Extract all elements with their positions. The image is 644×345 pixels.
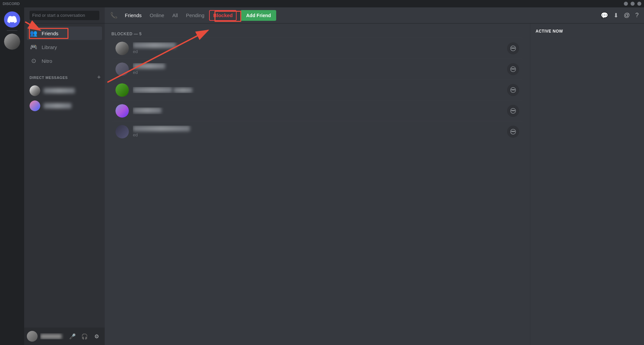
- friends-nav-icon: 👥: [30, 29, 38, 37]
- friend-info-2: █████████ ed: [133, 63, 503, 75]
- friend-actions-5: [507, 126, 519, 138]
- dm-avatar-2: [30, 100, 40, 111]
- discord-logo-icon: [7, 15, 17, 24]
- friends-content: BLOCKED — 5 ████████████ ed: [105, 24, 644, 345]
- unblock-button-3[interactable]: [507, 84, 519, 96]
- friend-status-3: ██████: [174, 88, 192, 93]
- titlebar: DISCORD ─ □ ✕: [0, 0, 644, 7]
- nav-item-friends-label: Friends: [42, 31, 58, 36]
- friend-status-2: ed: [133, 70, 503, 75]
- user-controls: 🎤 🎧 ⚙: [67, 331, 102, 342]
- friend-item-3[interactable]: ███████████ ██████: [111, 79, 523, 100]
- nav-item-friends[interactable]: 👥 Friends: [27, 27, 102, 40]
- friend-name-3: ███████████: [133, 87, 172, 93]
- channel-list: 👥 Friends 🎮 Library ⊙ Nitro DIRECT MESSA…: [24, 24, 105, 328]
- tab-all[interactable]: All: [169, 10, 181, 21]
- friend-avatar-4: [115, 104, 129, 118]
- nav-item-library[interactable]: 🎮 Library: [27, 40, 102, 54]
- tab-blocked[interactable]: Blocked: [209, 10, 237, 21]
- dm-item-1[interactable]: ██████ ███: [27, 83, 102, 98]
- channel-sidebar-header: Find or start a conversation: [24, 7, 105, 24]
- titlebar-title: DISCORD: [3, 2, 20, 6]
- dm-section-label: DIRECT MESSAGES: [30, 76, 68, 80]
- topbar-actions: 💬 ⬇ @ ?: [601, 12, 639, 19]
- maximize-button[interactable]: □: [631, 2, 635, 6]
- headphone-button[interactable]: 🎧: [79, 331, 90, 342]
- app-body: Find or start a conversation 👥 Friends 🎮…: [0, 7, 644, 345]
- friends-list: BLOCKED — 5 ████████████ ed: [105, 24, 530, 345]
- server-sidebar: [0, 7, 24, 345]
- channel-sidebar: Find or start a conversation 👥 Friends 🎮…: [24, 7, 105, 345]
- friend-info-3: ███████████ ██████: [133, 87, 503, 93]
- unblock-button-4[interactable]: [507, 105, 519, 117]
- friend-status-5: ed: [133, 132, 503, 137]
- add-friend-button[interactable]: Add Friend: [241, 10, 276, 21]
- dm-item-2[interactable]: ████ ████: [27, 98, 102, 113]
- friend-avatar-1: [115, 42, 129, 55]
- friend-info-5: ████████████████ ed: [133, 126, 503, 137]
- friend-actions-2: [507, 63, 519, 75]
- tab-friends[interactable]: Friends: [121, 10, 145, 21]
- friend-avatar-5: [115, 125, 129, 138]
- user-info: ███████: [40, 333, 64, 339]
- friend-actions-3: [507, 84, 519, 96]
- unblock-button-1[interactable]: [507, 42, 519, 54]
- friend-item-5[interactable]: ████████████████ ed: [111, 121, 523, 142]
- server-icon-1[interactable]: [4, 34, 20, 50]
- friend-actions-4: [507, 105, 519, 117]
- direct-messages-header: DIRECT MESSAGES +: [24, 68, 105, 83]
- friend-item-4[interactable]: ████████: [111, 100, 523, 121]
- mention-button[interactable]: @: [624, 12, 630, 19]
- friend-avatar-2: [115, 62, 129, 76]
- help-button[interactable]: ?: [635, 12, 639, 19]
- friend-actions-1: [507, 42, 519, 54]
- library-nav-icon: 🎮: [30, 43, 38, 51]
- user-avatar: [27, 331, 38, 342]
- search-box[interactable]: Find or start a conversation: [30, 11, 99, 20]
- active-now-panel: ACTIVE NOW: [530, 24, 644, 345]
- settings-button[interactable]: ⚙: [91, 331, 102, 342]
- active-now-title: ACTIVE NOW: [536, 29, 639, 34]
- dm-name-2: ████ ████: [44, 103, 71, 109]
- close-button[interactable]: ✕: [637, 2, 641, 6]
- tab-pending[interactable]: Pending: [183, 10, 208, 21]
- friend-status-1: ed: [133, 49, 503, 54]
- unblock-button-2[interactable]: [507, 63, 519, 75]
- minimize-button[interactable]: ─: [624, 2, 628, 6]
- friend-name-2: █████████: [133, 63, 165, 69]
- friend-info-1: ████████████ ed: [133, 42, 503, 54]
- nav-item-library-label: Library: [42, 44, 57, 50]
- friend-item-2[interactable]: █████████ ed: [111, 58, 523, 79]
- friend-avatar-3: [115, 83, 129, 97]
- titlebar-controls: ─ □ ✕: [624, 2, 641, 6]
- friend-item-1[interactable]: ████████████ ed: [111, 38, 523, 58]
- friends-count-label: BLOCKED — 5: [105, 29, 530, 38]
- dm-avatar-1: [30, 85, 40, 96]
- tab-online[interactable]: Online: [146, 10, 167, 21]
- nav-item-nitro-label: Nitro: [42, 58, 52, 64]
- friend-name-4: ████████: [133, 107, 161, 113]
- topbar: 📞 Friends Online All Pending Blocked Add…: [105, 7, 644, 24]
- dm-name-1: ██████ ███: [44, 88, 75, 93]
- download-button[interactable]: ⬇: [613, 12, 618, 19]
- friend-name-1: ████████████: [133, 42, 176, 48]
- nitro-nav-icon: ⊙: [30, 57, 38, 65]
- unblock-button-5[interactable]: [507, 126, 519, 138]
- dm-add-button[interactable]: +: [96, 73, 102, 82]
- friend-name-5: ████████████████: [133, 126, 190, 131]
- main-content: 📞 Friends Online All Pending Blocked Add…: [105, 7, 644, 345]
- user-area: ███████ 🎤 🎧 ⚙: [24, 328, 105, 345]
- discord-home-button[interactable]: [4, 11, 20, 28]
- topbar-friends-icon: 📞: [110, 12, 117, 19]
- user-name: ███████: [40, 334, 62, 339]
- server-divider: [7, 30, 17, 31]
- friend-info-4: ████████: [133, 107, 503, 114]
- mic-button[interactable]: 🎤: [67, 331, 78, 342]
- new-group-dm-button[interactable]: 💬: [601, 12, 608, 19]
- search-placeholder: Find or start a conversation: [32, 13, 85, 18]
- nav-item-nitro[interactable]: ⊙ Nitro: [27, 54, 102, 68]
